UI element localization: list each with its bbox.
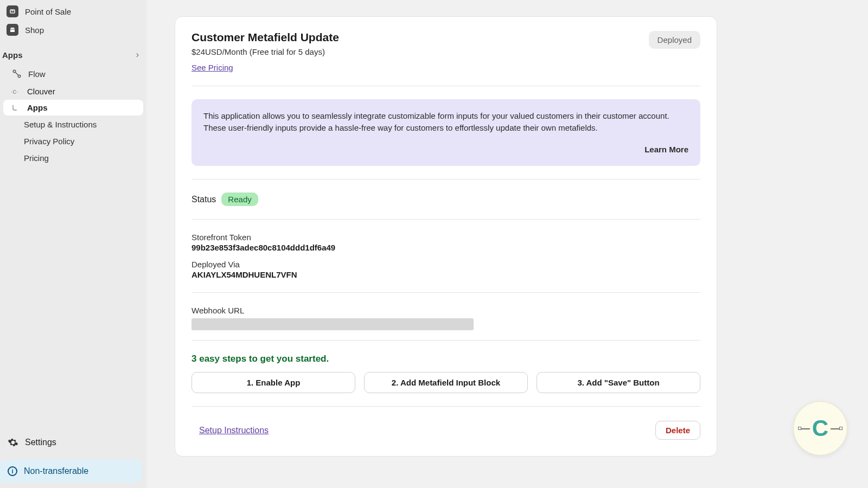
chevron-right-icon: › [136,50,139,60]
webhook-label: Webhook URL [192,306,700,315]
tree-branch-icon [11,104,23,112]
sidebar-item-setup[interactable]: Setup & Instructions [0,116,146,133]
card-title: Customer Metafield Update [192,31,339,44]
info-panel: This application allows you to seamlessl… [192,99,700,166]
sidebar-item-shop[interactable]: Shop [0,21,146,39]
sidebar-item-label: Clouver [27,87,55,96]
step-3-button[interactable]: 3. Add "Save" Button [537,372,700,393]
status-label: Status [192,195,216,204]
webhook-block: Webhook URL [192,306,700,330]
step-2-button[interactable]: 2. Add Metafield Input Block [364,372,528,393]
sidebar-item-pos[interactable]: Point of Sale [0,2,146,21]
sidebar-item-label: Shop [25,25,44,35]
card-price: $24USD/Month (Free trial for 5 days) [192,47,339,56]
clouver-icon: ·c· [11,87,23,95]
sidebar-bottom: Settings i Non-transferable [0,433,146,488]
token-label: Storefront Token [192,233,700,242]
divider [192,340,700,341]
sidebar-apps-label: Apps [2,50,23,60]
token-block: Storefront Token 99b23e853f3adec80c8104d… [192,233,700,279]
card-header-left: Customer Metafield Update $24USD/Month (… [192,31,339,73]
main-content: Customer Metafield Update $24USD/Month (… [146,0,868,488]
connector-line-icon [800,428,810,429]
deployed-via-label: Deployed Via [192,260,700,269]
sidebar-item-privacy[interactable]: Privacy Policy [0,133,146,150]
non-transferable-badge[interactable]: i Non-transferable [0,460,142,483]
divider [192,86,700,86]
info-icon: i [8,466,17,476]
svg-rect-0 [10,10,15,13]
step-1-button[interactable]: 1. Enable App [192,372,355,393]
connector-dot-icon [839,427,843,430]
sidebar-item-label: Point of Sale [25,7,71,16]
flow-icon [11,68,23,80]
see-pricing-link[interactable]: See Pricing [192,63,233,72]
divider [192,179,700,179]
gear-icon [8,437,18,448]
sidebar-item-label: Flow [28,69,46,79]
badge-label: Non-transferable [24,466,88,476]
support-widget[interactable]: C [793,401,847,455]
info-panel-text: This application allows you to seamlessl… [203,110,688,134]
divider [192,292,700,293]
sidebar-item-apps[interactable]: Apps [3,100,143,115]
clouver-logo-icon: C [812,415,828,441]
webhook-url-input[interactable] [192,318,474,330]
steps-row: 1. Enable App 2. Add Metafield Input Blo… [192,372,700,393]
sidebar-item-settings[interactable]: Settings [0,433,146,452]
sidebar-item-label: Privacy Policy [24,137,74,146]
card-footer: Setup Instructions Delete [192,421,700,440]
sidebar-item-label: Settings [25,438,56,447]
pos-icon [7,5,18,17]
deployed-status-chip: Deployed [649,31,700,49]
sidebar-item-clouver[interactable]: ·c· Clouver [3,84,143,99]
sidebar-item-label: Pricing [24,153,49,163]
status-row: Status Ready [192,192,700,206]
card-header: Customer Metafield Update $24USD/Month (… [192,31,700,73]
steps-heading: 3 easy steps to get you started. [192,354,700,364]
app-card: Customer Metafield Update $24USD/Month (… [175,16,717,457]
connector-dot-icon [798,427,801,430]
status-badge: Ready [221,192,258,206]
delete-button[interactable]: Delete [655,421,700,440]
divider [192,406,700,407]
setup-instructions-link[interactable]: Setup Instructions [192,426,269,435]
deployed-via-value: AKIAYLX54MDHUENL7VFN [192,270,700,279]
divider [192,219,700,220]
sidebar-item-pricing[interactable]: Pricing [0,150,146,166]
sidebar-apps-header[interactable]: Apps › [0,39,146,64]
shop-icon [7,24,18,36]
sidebar-item-label: Apps [27,103,48,112]
sidebar: Point of Sale Shop Apps › Flow ·c· Clouv… [0,0,146,488]
sidebar-item-label: Setup & Instructions [24,120,97,129]
token-value: 99b23e853f3adec80c8104ddd1df6a49 [192,243,700,252]
learn-more-link[interactable]: Learn More [203,144,688,156]
sidebar-item-flow[interactable]: Flow [3,65,143,83]
